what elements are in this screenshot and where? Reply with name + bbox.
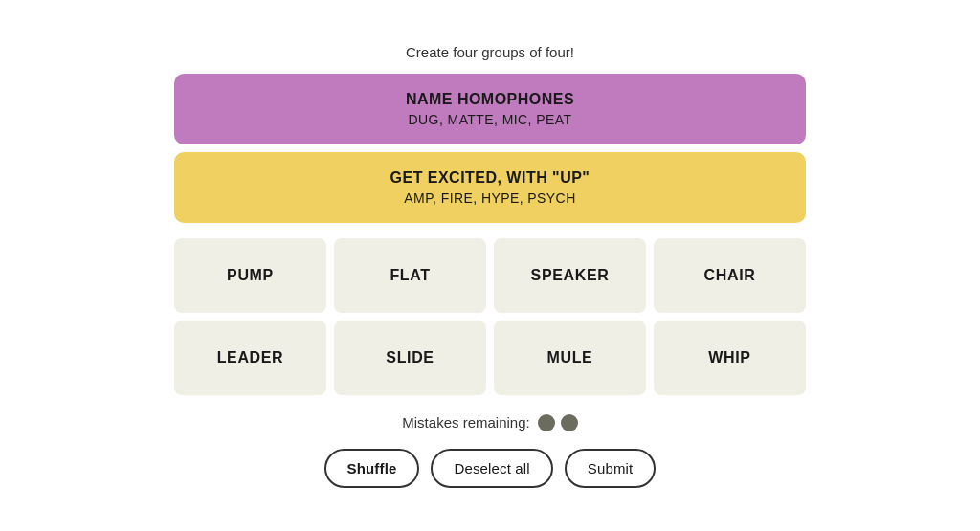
buttons-row: Shuffle Deselect all Submit bbox=[324, 449, 657, 488]
game-container: Create four groups of four! NAME HOMOPHO… bbox=[174, 44, 806, 488]
group-words-purple: DUG, MATTE, MIC, PEAT bbox=[193, 112, 787, 127]
grid-cell-slide[interactable]: SLIDE bbox=[334, 321, 486, 395]
mistakes-dots bbox=[538, 414, 578, 431]
grid-cell-leader[interactable]: LEADER bbox=[174, 321, 326, 395]
group-title-yellow: GET EXCITED, WITH "UP" bbox=[193, 169, 787, 187]
word-grid: PUMPFLATSPEAKERCHAIRLEADERSLIDEMULEWHIP bbox=[174, 238, 806, 395]
mistake-dot-1 bbox=[538, 414, 555, 431]
mistakes-label: Mistakes remaining: bbox=[402, 414, 529, 431]
group-title-purple: NAME HOMOPHONES bbox=[193, 91, 787, 108]
mistakes-row: Mistakes remaining: bbox=[402, 414, 577, 431]
grid-cell-pump[interactable]: PUMP bbox=[174, 238, 326, 313]
grid-cell-mule[interactable]: MULE bbox=[494, 321, 646, 395]
solved-group-yellow: GET EXCITED, WITH "UP"AMP, FIRE, HYPE, P… bbox=[174, 152, 806, 223]
submit-button[interactable]: Submit bbox=[565, 449, 657, 488]
deselect-all-button[interactable]: Deselect all bbox=[431, 449, 552, 488]
group-words-yellow: AMP, FIRE, HYPE, PSYCH bbox=[193, 190, 787, 206]
grid-cell-whip[interactable]: WHIP bbox=[654, 321, 806, 395]
shuffle-button[interactable]: Shuffle bbox=[324, 449, 420, 488]
solved-group-purple: NAME HOMOPHONESDUG, MATTE, MIC, PEAT bbox=[174, 74, 806, 144]
subtitle: Create four groups of four! bbox=[406, 44, 574, 60]
mistake-dot-2 bbox=[561, 414, 578, 431]
solved-groups-container: NAME HOMOPHONESDUG, MATTE, MIC, PEATGET … bbox=[174, 74, 806, 231]
grid-cell-chair[interactable]: CHAIR bbox=[654, 238, 806, 313]
grid-cell-flat[interactable]: FLAT bbox=[334, 238, 486, 313]
grid-cell-speaker[interactable]: SPEAKER bbox=[494, 238, 646, 313]
